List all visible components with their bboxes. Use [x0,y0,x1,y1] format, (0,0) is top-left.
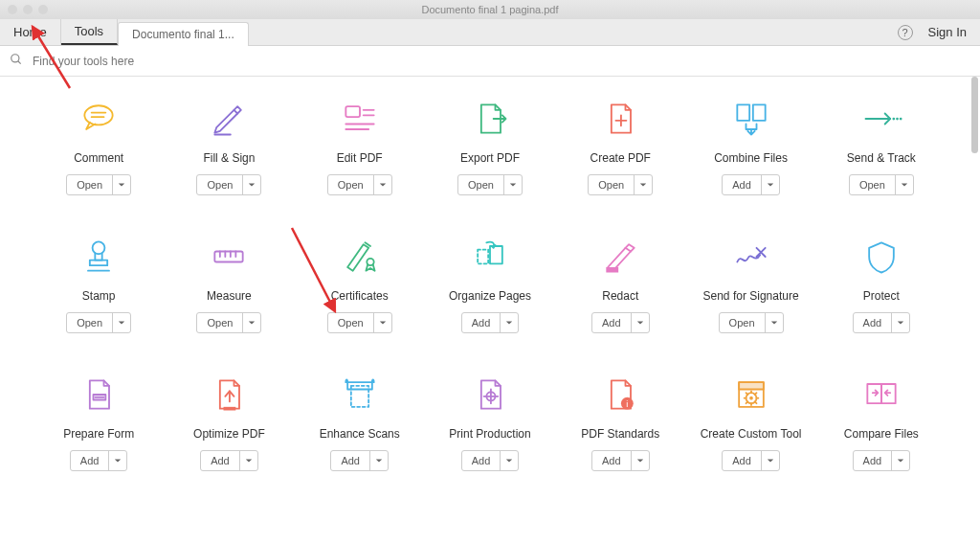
certificates-action[interactable]: Open [327,312,392,333]
send-track-action[interactable]: Open [849,174,914,195]
tool-certificates[interactable]: Certificates Open [300,234,420,333]
action-button[interactable]: Add [592,313,632,332]
action-button[interactable]: Open [197,313,243,332]
chevron-down-icon[interactable] [892,451,909,470]
action-button[interactable]: Open [589,175,635,194]
pdf-standards-action[interactable]: Add [591,450,650,471]
organize-pages-action[interactable]: Add [461,312,520,333]
tool-prepare-form[interactable]: Prepare Form Add [38,372,159,471]
tool-protect[interactable]: Protect Add [821,234,942,333]
action-button[interactable]: Add [331,451,370,470]
tool-compare-files[interactable]: Compare Files Add [821,372,942,471]
enhance-scans-action[interactable]: Add [330,450,389,471]
tool-pdf-standards[interactable]: i PDF Standards Add [560,372,680,471]
chevron-down-icon[interactable] [766,313,783,332]
search-input[interactable] [33,55,980,68]
print-production-action[interactable]: Add [461,450,520,471]
chevron-down-icon[interactable] [632,451,649,470]
chevron-down-icon[interactable] [501,451,518,470]
titlebar: Documento final 1 pagina.pdf [0,0,980,19]
action-button[interactable]: Open [458,175,504,194]
tool-label: Optimize PDF [193,427,265,441]
chevron-down-icon[interactable] [113,313,130,332]
action-button[interactable]: Open [328,313,374,332]
chevron-down-icon[interactable] [762,451,779,470]
chevron-down-icon[interactable] [632,313,649,332]
action-button[interactable]: Open [67,175,113,194]
edit-pdf-action[interactable]: Open [327,174,392,195]
chevron-down-icon[interactable] [762,175,779,194]
tool-label: Stamp [82,289,116,303]
action-button[interactable]: Open [850,175,896,194]
window-controls[interactable] [8,5,48,14]
chevron-down-icon[interactable] [504,175,522,194]
action-button[interactable]: Add [592,451,632,470]
chevron-down-icon[interactable] [109,451,126,470]
action-button[interactable]: Add [723,451,762,470]
create-custom-tool-action[interactable]: Add [722,450,780,471]
tool-export-pdf[interactable]: Export PDF Open [430,96,550,195]
tool-measure[interactable]: Measure Open [168,234,289,333]
tool-create-pdf[interactable]: Create PDF Open [560,96,680,195]
chevron-down-icon[interactable] [896,175,913,194]
action-button[interactable]: Add [462,451,501,470]
tool-label: Compare Files [844,427,919,441]
tab-home[interactable]: Home [0,19,61,45]
action-button[interactable]: Open [720,313,766,332]
optimize-pdf-action[interactable]: Add [200,450,258,471]
action-button[interactable]: Add [201,451,240,470]
tool-create-custom-tool[interactable]: Create Custom Tool Add [690,372,811,471]
create-pdf-action[interactable]: Open [588,174,653,195]
close-dot[interactable] [8,5,17,14]
minimize-dot[interactable] [23,5,33,14]
tool-combine-files[interactable]: Combine Files Add [690,96,811,195]
protect-action[interactable]: Add [853,312,911,333]
redact-action[interactable]: Add [591,312,650,333]
export-pdf-action[interactable]: Open [457,174,523,195]
action-button[interactable]: Open [328,175,374,194]
chevron-down-icon[interactable] [240,451,257,470]
chevron-down-icon[interactable] [243,175,260,194]
chevron-down-icon[interactable] [501,313,518,332]
tool-send-signature[interactable]: Send for Signature Open [690,234,811,333]
action-button[interactable]: Add [723,175,762,194]
action-button[interactable]: Add [71,451,110,470]
tool-optimize-pdf[interactable]: Optimize PDF Add [168,372,289,471]
prepare-form-action[interactable]: Add [70,450,128,471]
action-button[interactable]: Add [854,451,893,470]
chevron-down-icon[interactable] [892,313,909,332]
chevron-down-icon[interactable] [374,175,391,194]
action-button[interactable]: Open [197,175,243,194]
comment-action[interactable]: Open [66,174,131,195]
chevron-down-icon[interactable] [635,175,652,194]
chevron-down-icon[interactable] [374,313,391,332]
tool-send-track[interactable]: Send & Track Open [821,96,942,195]
measure-action[interactable]: Open [196,312,261,333]
scrollbar-thumb[interactable] [971,77,978,153]
tool-enhance-scans[interactable]: Enhance Scans Add [300,372,420,471]
compare-files-action[interactable]: Add [853,450,911,471]
tool-comment[interactable]: Comment Open [38,96,159,195]
chevron-down-icon[interactable] [113,175,130,194]
document-tab[interactable]: Documento final 1... [118,22,249,46]
stamp-action[interactable]: Open [66,312,131,333]
tool-stamp[interactable]: Stamp Open [38,234,159,333]
chevron-down-icon[interactable] [243,313,260,332]
help-icon[interactable]: ? [898,25,913,40]
action-button[interactable]: Open [67,313,113,332]
chevron-down-icon[interactable] [370,451,388,470]
tab-tools[interactable]: Tools [61,19,118,45]
tool-label: Enhance Scans [320,427,400,441]
signin-link[interactable]: Sign In [928,25,967,39]
tool-redact[interactable]: Redact Add [560,234,680,333]
tool-print-production[interactable]: Print Production Add [430,372,550,471]
combine-files-action[interactable]: Add [722,174,780,195]
action-button[interactable]: Add [854,313,893,332]
tool-fill-sign[interactable]: Fill & Sign Open [168,96,289,195]
fill-sign-action[interactable]: Open [196,174,261,195]
tool-edit-pdf[interactable]: Edit PDF Open [300,96,420,195]
tool-organize-pages[interactable]: Organize Pages Add [430,234,550,333]
action-button[interactable]: Add [462,313,501,332]
zoom-dot[interactable] [38,5,48,14]
send-signature-action[interactable]: Open [719,312,784,333]
